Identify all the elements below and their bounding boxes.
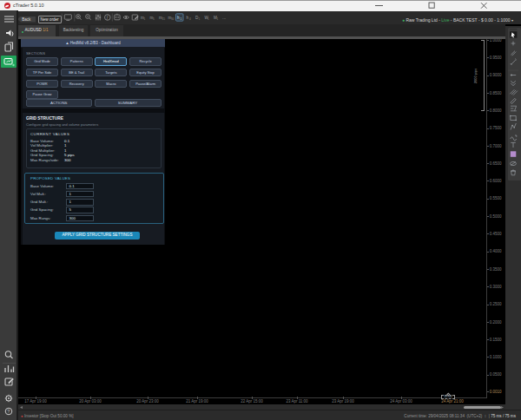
svg-text:f: f <box>107 15 109 20</box>
svg-text:?: ? <box>7 409 10 414</box>
svg-text:1: 1 <box>216 17 218 21</box>
svg-text:4: 4 <box>189 17 191 21</box>
svg-text:5: 5 <box>153 17 155 21</box>
svg-text:1: 1 <box>143 17 145 21</box>
svg-text:1: 1 <box>180 17 181 21</box>
svg-text:15: 15 <box>162 17 165 21</box>
svg-text:...: ... <box>222 15 226 20</box>
svg-text:1: 1 <box>208 17 209 21</box>
svg-text:30: 30 <box>171 17 175 21</box>
svg-text:1: 1 <box>198 17 200 21</box>
